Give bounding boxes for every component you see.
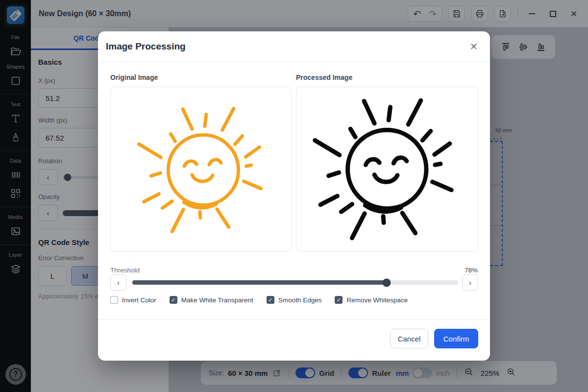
dialog-footer-divider <box>98 319 490 320</box>
dialog-header-divider <box>98 62 490 62</box>
threshold-slider[interactable] <box>132 280 458 285</box>
processing-checkbox[interactable]: ✓ <box>170 296 177 304</box>
smooth-edges-option[interactable]: ✓ Smooth Edges <box>267 296 322 304</box>
image-processing-dialog: Image Processing ✕ Original Image Proces… <box>98 31 490 361</box>
processed-image-preview <box>296 87 478 252</box>
make-white-transparent-option[interactable]: ✓ Make White Transparent <box>170 296 253 304</box>
threshold-increase-button[interactable]: › <box>462 274 478 291</box>
threshold-label: Threshold <box>110 267 140 274</box>
checkbox-label: Remove Whitespace <box>346 296 408 304</box>
checkbox-label: Make White Transparent <box>181 296 253 304</box>
checkbox-label: Smooth Edges <box>278 296 322 304</box>
checkbox-label: Invert Color <box>122 296 156 304</box>
processing-checkbox[interactable]: ✓ <box>335 296 343 304</box>
threshold-decrease-button[interactable]: ‹ <box>110 274 126 291</box>
processed-image-label: Processed Image <box>296 74 352 81</box>
original-image-label: Original Image <box>110 74 158 81</box>
app-window: File Shapes Text Data <box>0 0 588 392</box>
processing-options: ✓ Invert Color ✓ Make White Transparent … <box>110 296 408 304</box>
original-sun-image <box>111 87 291 252</box>
invert-color-option[interactable]: ✓ Invert Color <box>110 296 156 304</box>
processed-sun-image <box>296 87 478 252</box>
original-image-preview <box>110 87 292 252</box>
threshold-value: 78% <box>465 267 478 274</box>
threshold-fill <box>132 280 387 285</box>
dialog-title: Image Processing <box>106 41 186 52</box>
dialog-close-button[interactable]: ✕ <box>466 39 481 54</box>
confirm-button[interactable]: Confirm <box>434 329 478 348</box>
remove-whitespace-option[interactable]: ✓ Remove Whitespace <box>335 296 408 304</box>
processing-checkbox[interactable]: ✓ <box>267 296 274 304</box>
cancel-button[interactable]: Cancel <box>390 329 428 348</box>
processing-checkbox[interactable]: ✓ <box>110 296 118 304</box>
threshold-thumb[interactable] <box>382 278 391 287</box>
